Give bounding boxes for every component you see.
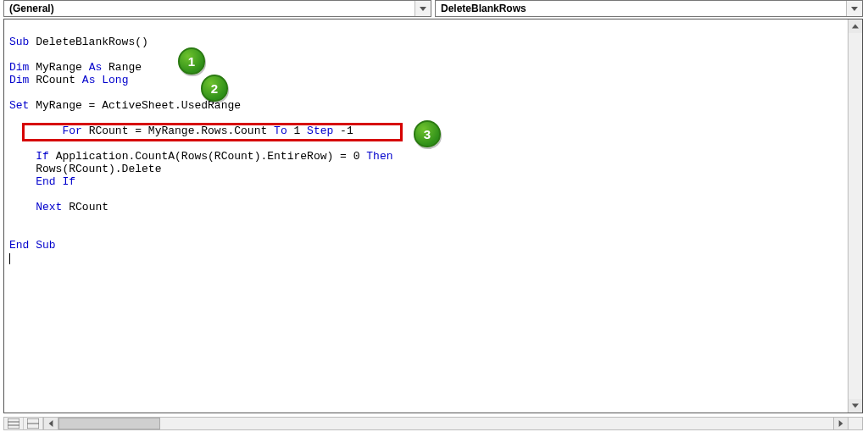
full-module-view-button[interactable] — [4, 418, 24, 429]
dropdown-arrow-icon — [846, 1, 862, 16]
dropdown-arrow-icon — [415, 1, 431, 16]
procedure-view-button[interactable] — [24, 418, 43, 429]
vertical-scroll-track[interactable] — [849, 33, 862, 399]
scroll-up-button[interactable] — [849, 19, 862, 33]
object-dropdown-label: (General) — [4, 3, 59, 14]
horizontal-scroll-thumb[interactable] — [58, 418, 160, 429]
object-procedure-bar: (General) DeleteBlankRows — [3, 0, 863, 17]
code-editor[interactable]: Sub DeleteBlankRows() Dim MyRange As Ran… — [4, 30, 849, 264]
procedure-dropdown-label: DeleteBlankRows — [436, 3, 531, 14]
editor-root: { "dropdowns": { "object": "(General)", … — [0, 0, 868, 432]
scrollbar-corner — [848, 418, 862, 429]
bottom-bar — [3, 417, 863, 430]
vertical-scrollbar[interactable] — [848, 19, 862, 413]
scroll-left-button[interactable] — [44, 418, 58, 429]
scroll-down-button[interactable] — [849, 399, 862, 413]
scroll-right-button[interactable] — [833, 418, 848, 429]
horizontal-scroll-track[interactable] — [58, 418, 833, 429]
object-dropdown[interactable]: (General) — [3, 0, 431, 17]
procedure-dropdown[interactable]: DeleteBlankRows — [435, 0, 863, 17]
svg-rect-0 — [8, 418, 19, 429]
view-mode-buttons — [4, 418, 44, 429]
code-scroll-area[interactable]: Sub DeleteBlankRows() Dim MyRange As Ran… — [4, 19, 849, 413]
code-window: Sub DeleteBlankRows() Dim MyRange As Ran… — [3, 19, 863, 413]
